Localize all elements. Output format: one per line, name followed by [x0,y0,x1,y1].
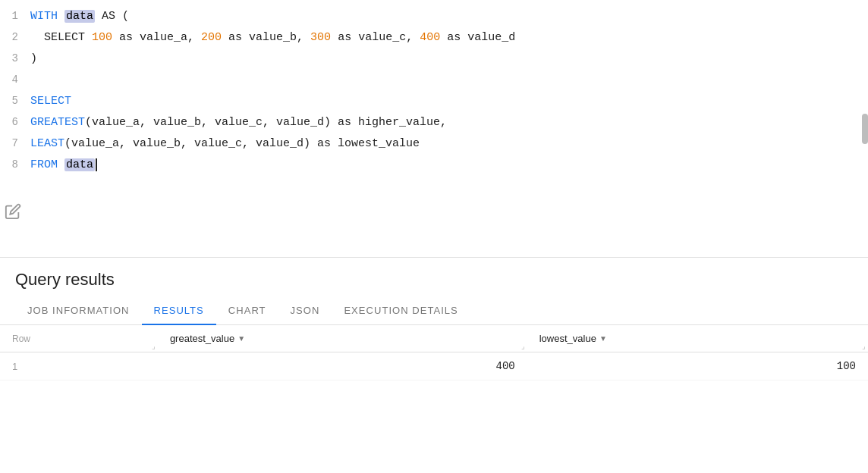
code-line-1: 1WITH data AS ( [0,8,868,29]
query-results-section: Query results JOB INFORMATION RESULTS CH… [0,258,868,381]
line-number-6: 6 [0,114,30,130]
code-lines: 1WITH data AS (2 SELECT 100 as value_a, … [0,0,868,185]
code-line-5: 5SELECT [0,92,868,114]
tabs-bar: JOB INFORMATION RESULTS CHART JSON EXECU… [0,297,868,325]
line-number-7: 7 [0,135,30,152]
line-number-2: 2 [0,29,30,45]
code-line-3: 3) [0,50,868,71]
line-number-8: 8 [0,156,30,173]
col-header-greatest-value: greatest_value ▼ ⌟ [158,325,527,352]
line-number-5: 5 [0,92,30,109]
tab-results[interactable]: RESULTS [142,297,216,325]
code-line-2: 2 SELECT 100 as value_a, 200 as value_b,… [0,29,868,50]
edit-icon [5,203,21,220]
resize-handle-row[interactable]: ⌟ [152,325,158,352]
code-editor[interactable]: 1WITH data AS (2 SELECT 100 as value_a, … [0,0,868,258]
cell-lowest-value: 100 [527,352,868,381]
code-line-8: 8FROM data [0,156,868,177]
line-number-4: 4 [0,71,30,88]
line-number-1: 1 [0,8,30,24]
tab-json[interactable]: JSON [278,297,332,325]
line-number-3: 3 [0,50,30,67]
tab-job-information[interactable]: JOB INFORMATION [15,297,142,325]
dropdown-icon-lowest[interactable]: ▼ [599,334,607,343]
resize-handle-greatest[interactable]: ⌟ [521,325,527,352]
resize-handle-lowest[interactable]: ⌟ [862,325,868,352]
code-line-7: 7LEAST(value_a, value_b, value_c, value_… [0,135,868,156]
code-line-6: 6GREATEST(value_a, value_b, value_c, val… [0,114,868,135]
col-header-lowest-value: lowest_value ▼ ⌟ [527,325,868,352]
query-results-title: Query results [0,258,868,297]
tab-execution-details[interactable]: EXECUTION DETAILS [332,297,470,325]
cell-row: 1 [0,352,158,381]
scrollbar[interactable] [862,114,868,144]
results-table: Row ⌟ greatest_value ▼ ⌟ lowest_value ▼ … [0,325,868,381]
table-row: 1400100 [0,352,868,381]
tab-chart[interactable]: CHART [216,297,278,325]
dropdown-icon-greatest[interactable]: ▼ [237,334,245,343]
cell-greatest-value: 400 [158,352,527,381]
code-line-4: 4 [0,71,868,92]
col-header-row: Row ⌟ [0,325,158,352]
